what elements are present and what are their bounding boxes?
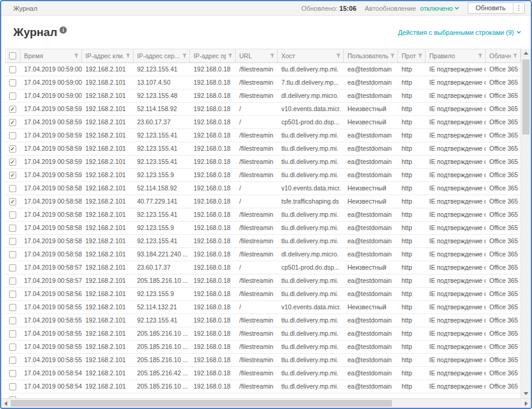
filter-icon[interactable] xyxy=(513,53,518,58)
row-checkbox-cell xyxy=(5,367,20,380)
cell-cloud: Office 365 xyxy=(486,195,521,208)
column-header-client-ip[interactable]: IP-адрес кли... xyxy=(82,49,133,62)
cell-time: 17.04.2019 00:58:58 xyxy=(20,248,82,261)
row-checkbox[interactable] xyxy=(9,370,16,377)
table-row: 17.04.2019 00:58:58192.168.2.10192.123.1… xyxy=(5,222,521,235)
row-checkbox[interactable] xyxy=(9,277,16,285)
row-checkbox[interactable] xyxy=(9,92,16,100)
column-header-cloud[interactable]: Облачная с xyxy=(486,49,521,62)
column-header-rule[interactable]: Правило xyxy=(426,49,486,62)
cell-url: / xyxy=(236,116,278,129)
filter-icon[interactable] xyxy=(390,53,395,58)
column-header-label: Облачная с xyxy=(489,52,511,59)
column-header-label: Пользователь xyxy=(347,52,388,59)
filter-icon[interactable] xyxy=(126,53,130,58)
cell-proxy-ip: 192.168.0.18 xyxy=(190,301,236,314)
filter-icon[interactable] xyxy=(478,53,483,58)
cell-rule: IE подтверждение с. xyxy=(426,274,486,287)
row-checkbox[interactable] xyxy=(9,66,16,73)
vertical-scrollbar-thumb[interactable] xyxy=(522,59,530,135)
row-checkbox[interactable] xyxy=(9,251,16,258)
filter-icon[interactable] xyxy=(74,53,79,58)
table-row: ✓17.04.2019 00:58:59192.168.2.10123.60.1… xyxy=(5,116,521,129)
column-header-time[interactable]: Время xyxy=(20,49,82,62)
cell-server-ip: 13.107.4.50 xyxy=(133,76,190,89)
cell-time: 17.04.2019 00:58:58 xyxy=(20,195,82,208)
cell-proxy-ip: 192.168.0.18 xyxy=(190,367,236,380)
row-checkbox[interactable]: ✓ xyxy=(9,145,16,153)
row-checkbox[interactable] xyxy=(9,225,16,232)
table-row: 17.04.2019 00:58:55192.168.2.10192.123.1… xyxy=(5,314,521,327)
vertical-scrollbar[interactable] xyxy=(521,49,531,398)
cell-host: tlu.dl.delivery.mp.mi. xyxy=(278,63,344,76)
column-header-server-ip[interactable]: IP-адрес сер... xyxy=(133,49,190,62)
filter-icon[interactable] xyxy=(182,53,187,58)
table-row: 17.04.2019 00:58:55192.168.2.10152.114.1… xyxy=(5,301,521,314)
cell-cloud: Office 365 xyxy=(486,208,521,221)
row-checkbox[interactable] xyxy=(9,132,16,139)
autorefresh-state-dropdown[interactable]: отключено xyxy=(420,5,459,12)
row-checkbox[interactable] xyxy=(9,291,16,298)
column-header-user[interactable]: Пользователь xyxy=(344,49,398,62)
row-checkbox[interactable] xyxy=(9,383,16,390)
select-all-checkbox[interactable] xyxy=(9,52,16,59)
row-checkbox[interactable] xyxy=(9,330,16,338)
cell-cloud: Office 365 xyxy=(486,367,521,380)
page-header: Журнал i Действия с выбранными строками … xyxy=(1,16,531,49)
cell-host: v10.events.data.micr. xyxy=(278,182,344,195)
row-checkbox[interactable] xyxy=(9,238,16,245)
horizontal-scrollbar[interactable] xyxy=(1,398,531,408)
selected-rows-actions-link[interactable]: Действия с выбранными строками (9) xyxy=(398,29,521,36)
cell-time: 17.04.2019 00:58:58 xyxy=(20,208,82,221)
filter-icon[interactable] xyxy=(270,53,275,58)
app-window: Журнал Обновлено:15:06 Автообновление от… xyxy=(0,0,532,409)
cell-rule: IE подтверждение с. xyxy=(426,327,486,340)
row-checkbox[interactable] xyxy=(9,357,16,364)
log-table: ВремяIP-адрес кли...IP-адрес сер...IP-ад… xyxy=(1,49,531,398)
table-row: 17.04.2019 00:59:00192.168.2.10113.107.4… xyxy=(5,76,521,89)
row-checkbox[interactable] xyxy=(9,264,16,271)
horizontal-scrollbar-thumb[interactable] xyxy=(11,400,392,407)
cell-proxy-ip: 192.168.0.18 xyxy=(190,195,236,208)
scroll-up-icon[interactable] xyxy=(524,52,528,55)
column-header-host[interactable]: Хост xyxy=(278,49,344,62)
cell-time: 17.04.2019 00:58:57 xyxy=(20,274,82,287)
row-checkbox[interactable]: ✓ xyxy=(9,172,16,179)
scroll-down-icon[interactable] xyxy=(524,392,528,395)
filter-icon[interactable] xyxy=(228,53,233,58)
cell-server-ip: 92.123.155.41 xyxy=(133,314,190,327)
cell-user: Неизвестный xyxy=(344,261,398,274)
column-header-protocol[interactable]: Проток... xyxy=(398,49,426,62)
row-checkbox[interactable]: ✓ xyxy=(9,106,16,113)
kebab-menu-button[interactable]: ⋮ xyxy=(513,3,524,13)
cell-url: /filestreamin xyxy=(236,314,278,327)
cell-host: tlu.dl.delivery.mp.mi. xyxy=(278,314,344,327)
cell-client-ip: 192.168.2.101 xyxy=(82,195,133,208)
cell-user: ea@testdomain xyxy=(344,208,398,221)
row-checkbox[interactable]: ✓ xyxy=(9,159,16,166)
row-checkbox[interactable] xyxy=(9,211,16,219)
page-title: Журнал i xyxy=(13,26,67,39)
refresh-button[interactable]: Обновить xyxy=(468,3,513,13)
row-checkbox[interactable] xyxy=(9,344,16,351)
row-checkbox[interactable] xyxy=(9,304,16,311)
column-header-url[interactable]: URL xyxy=(236,49,278,62)
cell-host: v10.events.data.micr. xyxy=(278,301,344,314)
row-checkbox[interactable] xyxy=(9,79,16,86)
filter-icon[interactable] xyxy=(336,53,341,58)
info-icon[interactable]: i xyxy=(60,26,67,34)
cell-host: cp501-prod.do.dsp... xyxy=(278,116,344,129)
row-checkbox[interactable] xyxy=(9,185,16,192)
cell-rule: IE подтверждение с. xyxy=(426,380,486,393)
column-header-label: IP-адрес кли... xyxy=(85,52,124,59)
row-checkbox[interactable]: ✓ xyxy=(9,119,16,126)
cell-server-ip: 52.114.158.92 xyxy=(133,182,190,195)
filter-icon[interactable] xyxy=(418,53,423,58)
row-checkbox[interactable] xyxy=(9,317,16,324)
scroll-left-icon[interactable] xyxy=(4,401,7,406)
column-header-proxy-ip[interactable]: IP-адрес про... xyxy=(190,49,236,62)
row-checkbox[interactable]: ✓ xyxy=(9,198,16,205)
cell-server-ip: 23.60.17.37 xyxy=(133,261,190,274)
scroll-right-icon[interactable] xyxy=(525,401,528,406)
table-row: 17.04.2019 00:58:56192.168.2.10192.123.1… xyxy=(5,288,521,301)
